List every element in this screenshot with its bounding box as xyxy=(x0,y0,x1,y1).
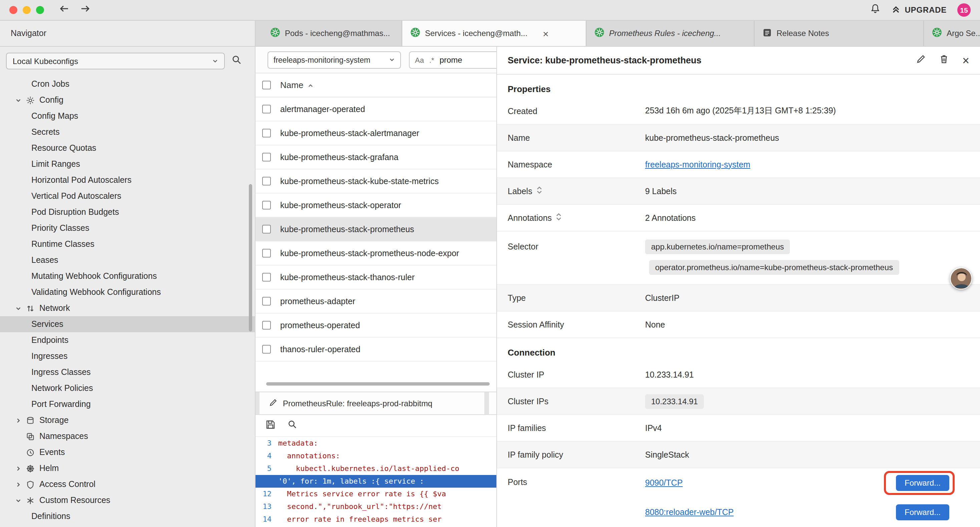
sidebar-item-access-control[interactable]: Access Control xyxy=(0,476,255,492)
sidebar-item-services[interactable]: Services xyxy=(0,316,255,332)
row-checkbox[interactable] xyxy=(262,345,271,353)
row-checkbox[interactable] xyxy=(262,201,271,209)
horizontal-scrollbar[interactable] xyxy=(266,382,490,385)
zoom-window-button[interactable] xyxy=(36,6,44,14)
tab-argo[interactable]: Argo Se... xyxy=(924,21,980,46)
sidebar-item-label: Runtime Classes xyxy=(31,239,94,249)
row-label: Cluster IP xyxy=(508,370,645,379)
tab-release-notes[interactable]: Release Notes xyxy=(754,21,924,46)
yaml-editor[interactable]: 3metadata: 4 annotations: 5 kubectl.kube… xyxy=(256,437,496,527)
service-row[interactable]: kube-prometheus-stack-prometheus-node-ex… xyxy=(256,242,496,266)
sidebar-item-mutating-webhook-configurations[interactable]: Mutating Webhook Configurations xyxy=(0,268,255,284)
kubeconfig-selector[interactable]: Local Kubeconfigs xyxy=(6,53,225,69)
sidebar-item-network-policies[interactable]: Network Policies xyxy=(0,380,255,396)
sidebar-item-priority-classes[interactable]: Priority Classes xyxy=(0,220,255,236)
match-case-toggle[interactable]: Aa xyxy=(415,56,424,64)
forward-icon[interactable] xyxy=(80,4,91,16)
kubernetes-cluster-icon xyxy=(270,27,280,39)
chevron-down-icon xyxy=(212,56,218,66)
row-checkbox[interactable] xyxy=(262,129,271,137)
editor-search-icon[interactable] xyxy=(288,420,297,431)
sidebar-item-config[interactable]: Config xyxy=(0,92,255,108)
service-row[interactable]: kube-prometheus-stack-thanos-ruler xyxy=(256,266,496,290)
row-checkbox[interactable] xyxy=(262,153,271,161)
sidebar-item-events[interactable]: Events xyxy=(0,444,255,460)
back-icon[interactable] xyxy=(59,4,70,16)
service-row[interactable]: kube-prometheus-stack-grafana xyxy=(256,145,496,169)
sidebar-scrollbar[interactable] xyxy=(249,184,252,331)
services-search-input[interactable]: Aa .* prome xyxy=(409,51,497,68)
service-row[interactable]: kube-prometheus-stack-operator xyxy=(256,193,496,218)
regex-toggle[interactable]: .* xyxy=(429,56,434,64)
tab-prometheus-rules[interactable]: Prometheus Rules - icecheng... xyxy=(586,21,754,46)
close-panel-icon[interactable]: × xyxy=(963,54,969,66)
sidebar-item-vertical-pod-autoscalers[interactable]: Vertical Pod Autoscalers xyxy=(0,188,255,204)
sidebar-item-config-maps[interactable]: Config Maps xyxy=(0,108,255,124)
service-row-selected[interactable]: kube-prometheus-stack-prometheus xyxy=(256,218,496,242)
service-row[interactable]: prometheus-adapter xyxy=(256,290,496,314)
sidebar-item-secrets[interactable]: Secrets xyxy=(0,124,255,140)
edit-pencil-icon[interactable] xyxy=(916,54,926,67)
sidebar-item-cron-jobs[interactable]: Cron Jobs xyxy=(0,76,255,92)
row-checkbox[interactable] xyxy=(262,273,271,282)
port-link[interactable]: 8080:reloader-web/TCP xyxy=(645,508,733,517)
tab-close-icon[interactable]: × xyxy=(543,29,549,38)
sidebar-item-endpoints[interactable]: Endpoints xyxy=(0,332,255,348)
save-icon[interactable] xyxy=(266,419,275,432)
namespace-filter-select[interactable]: freeleaps-monitoring-system xyxy=(267,51,401,68)
upgrade-button[interactable]: UPGRADE xyxy=(891,4,947,16)
row-value: 9 Labels xyxy=(645,186,969,196)
row-checkbox[interactable] xyxy=(262,297,271,306)
delete-trash-icon[interactable] xyxy=(940,54,949,67)
tab-services[interactable]: Services - icecheng@math... × xyxy=(402,21,586,46)
dock-tab-partial[interactable] xyxy=(489,392,497,414)
service-row[interactable]: prometheus-operated xyxy=(256,314,496,338)
sidebar-item-limit-ranges[interactable]: Limit Ranges xyxy=(0,156,255,172)
expand-collapse-icon[interactable] xyxy=(536,186,542,196)
forward-button[interactable]: Forward... xyxy=(896,475,949,491)
service-row[interactable]: thanos-ruler-operated xyxy=(256,338,496,361)
code-line: 4 annotations: xyxy=(256,450,496,462)
port-link[interactable]: 9090/TCP xyxy=(645,478,683,488)
name-column-header[interactable]: Name xyxy=(280,80,313,90)
expand-collapse-icon[interactable] xyxy=(556,213,562,223)
sidebar-item-custom-resources[interactable]: Custom Resources xyxy=(0,492,255,508)
row-checkbox[interactable] xyxy=(262,225,271,234)
row-checkbox[interactable] xyxy=(262,105,271,113)
code-line: 3metadata: xyxy=(256,437,496,450)
notifications-bell-icon[interactable] xyxy=(870,3,881,17)
sidebar-item-leases[interactable]: Leases xyxy=(0,252,255,268)
sidebar-item-definitions[interactable]: Definitions xyxy=(0,508,255,524)
sidebar-item-pod-disruption-budgets[interactable]: Pod Disruption Budgets xyxy=(0,204,255,220)
service-detail-panel: Service: kube-prometheus-stack-prometheu… xyxy=(497,47,980,527)
sidebar-item-validating-webhook-configurations[interactable]: Validating Webhook Configurations xyxy=(0,284,255,300)
namespace-link[interactable]: freeleaps-monitoring-system xyxy=(645,160,750,169)
sidebar-search-icon[interactable] xyxy=(231,55,242,67)
service-row[interactable]: alertmanager-operated xyxy=(256,97,496,121)
service-row[interactable]: kube-prometheus-stack-kube-state-metrics xyxy=(256,169,496,193)
sidebar-item-resource-quotas[interactable]: Resource Quotas xyxy=(0,140,255,156)
minimize-window-button[interactable] xyxy=(23,6,31,14)
sidebar-item-network[interactable]: Network xyxy=(0,300,255,316)
sidebar-item-ingresses[interactable]: Ingresses xyxy=(0,348,255,364)
sidebar-item-ingress-classes[interactable]: Ingress Classes xyxy=(0,364,255,380)
select-all-checkbox[interactable] xyxy=(262,81,271,89)
sidebar-item-port-forwarding[interactable]: Port Forwarding xyxy=(0,396,255,412)
notification-count-badge[interactable]: 15 xyxy=(957,3,970,17)
row-checkbox[interactable] xyxy=(262,321,271,330)
sidebar-item-runtime-classes[interactable]: Runtime Classes xyxy=(0,236,255,252)
avatar[interactable] xyxy=(950,267,972,290)
sidebar-item-storage[interactable]: Storage xyxy=(0,412,255,428)
sidebar-item-helm[interactable]: Helm xyxy=(0,460,255,476)
sidebar-item-namespaces[interactable]: Namespaces xyxy=(0,428,255,444)
dock-tab-prometheusrule[interactable]: PrometheusRule: freeleaps-prod-rabbitmq xyxy=(259,392,484,414)
close-window-button[interactable] xyxy=(10,6,18,14)
service-name: kube-prometheus-stack-kube-state-metrics xyxy=(280,177,439,186)
service-name: kube-prometheus-stack-thanos-ruler xyxy=(280,272,415,282)
sidebar-item-horizontal-pod-autoscalers[interactable]: Horizontal Pod Autoscalers xyxy=(0,172,255,188)
row-checkbox[interactable] xyxy=(262,249,271,258)
forward-button[interactable]: Forward... xyxy=(896,504,949,520)
row-checkbox[interactable] xyxy=(262,177,271,185)
service-row[interactable]: kube-prometheus-stack-alertmanager xyxy=(256,121,496,145)
tab-pods[interactable]: Pods - icecheng@mathmas... xyxy=(262,21,402,46)
